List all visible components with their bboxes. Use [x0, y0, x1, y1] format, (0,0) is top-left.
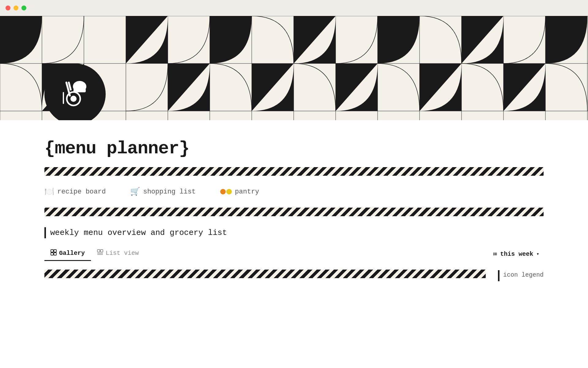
section-title-text: weekly menu overview and grocery list: [50, 228, 227, 237]
filter-icon: ≔: [493, 250, 497, 258]
svg-point-26: [70, 96, 77, 102]
header-banner: [0, 16, 588, 120]
minimize-button[interactable]: [13, 6, 18, 10]
view-tabs: Gallery List view: [44, 247, 145, 261]
pantry-label: pantry: [235, 188, 259, 196]
svg-rect-29: [54, 250, 56, 252]
recipe-board-icon: 🍽️: [44, 187, 54, 197]
nav-link-pantry[interactable]: pantry: [220, 188, 259, 196]
svg-rect-28: [51, 250, 53, 252]
svg-rect-32: [97, 250, 100, 252]
nav-link-recipe-board[interactable]: 🍽️ recipe board: [44, 187, 106, 197]
gallery-icon: [51, 249, 57, 257]
list-view-tab-label: List view: [106, 250, 139, 257]
toolbar-row: Gallery List view ≔ this week ▾: [44, 247, 544, 261]
svg-rect-30: [51, 253, 53, 255]
maximize-button[interactable]: [21, 6, 26, 10]
nav-link-shopping-list[interactable]: 🛒 shopping list: [130, 187, 196, 197]
section-title: weekly menu overview and grocery list: [44, 227, 544, 238]
page-title: {menu planner}: [44, 139, 544, 159]
shopping-list-icon: 🛒: [130, 187, 140, 197]
nav-links: 🍽️ recipe board 🛒 shopping list pantry: [44, 187, 544, 197]
decorative-strip-1: [44, 167, 544, 176]
chevron-down-icon: ▾: [536, 251, 539, 257]
gallery-tab-label: Gallery: [59, 250, 85, 257]
pantry-icon: [220, 189, 232, 194]
tab-gallery[interactable]: Gallery: [44, 247, 91, 261]
decorative-strip-2: [44, 208, 544, 216]
app-icon: [44, 63, 106, 120]
shopping-list-label: shopping list: [143, 188, 196, 196]
svg-rect-31: [54, 253, 56, 255]
titlebar: [0, 0, 588, 16]
tab-list-view[interactable]: List view: [91, 247, 145, 261]
filter-button[interactable]: ≔ this week ▾: [489, 248, 544, 260]
bottom-strip-row: icon legend: [44, 270, 544, 281]
legend-label: icon legend: [503, 271, 544, 278]
main-content: {menu planner} 🍽️ recipe board 🛒 shoppin…: [0, 120, 588, 281]
list-view-icon: [97, 249, 103, 257]
filter-label: this week: [500, 251, 533, 258]
svg-rect-33: [100, 250, 103, 252]
close-button[interactable]: [6, 6, 10, 10]
recipe-board-label: recipe board: [57, 188, 106, 196]
decorative-strip-3: [44, 270, 486, 278]
